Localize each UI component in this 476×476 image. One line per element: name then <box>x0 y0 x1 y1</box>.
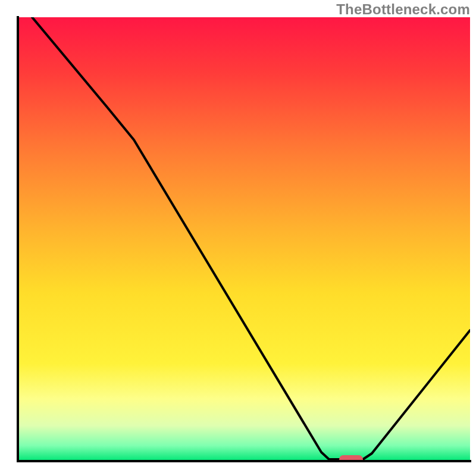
chart-svg <box>0 0 476 476</box>
gradient-background <box>18 17 470 461</box>
bottleneck-chart: TheBottleneck.com <box>0 0 476 476</box>
watermark-text: TheBottleneck.com <box>336 1 470 18</box>
